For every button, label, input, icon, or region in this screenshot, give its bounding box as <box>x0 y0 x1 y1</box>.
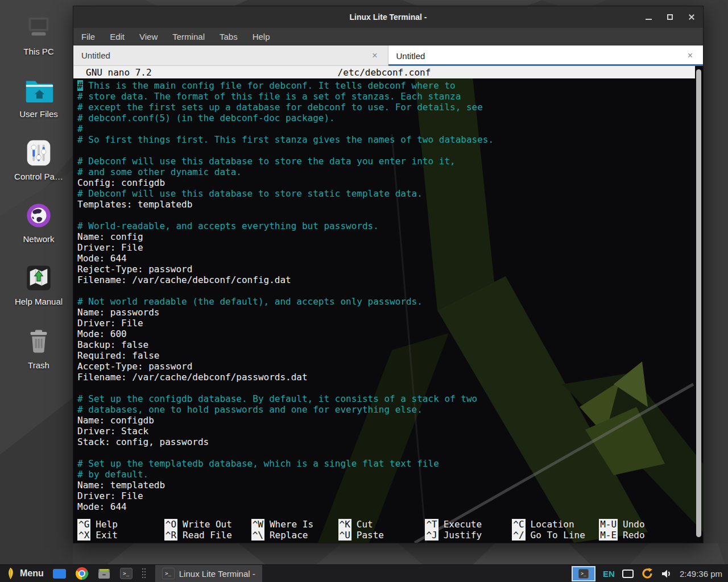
blue-screen-icon <box>53 569 66 579</box>
taskbar-clock[interactable]: 2:49:36 pm <box>680 569 722 579</box>
menu-edit[interactable]: Edit <box>110 32 125 41</box>
taskbar: Menu >_ >_ Linux Lite Terminal - <box>0 564 728 582</box>
terminal-scrollbar[interactable] <box>696 69 701 537</box>
menu-view[interactable]: View <box>139 32 158 41</box>
terminal-line <box>77 285 688 296</box>
taskbar-window-title: Linux Lite Terminal - <box>179 569 255 579</box>
shortcut-key: ^J <box>425 530 438 541</box>
shortcut-key: ^G <box>77 519 90 530</box>
terminal-line: Mode: 644 <box>77 501 688 512</box>
shortcut-label: Read File <box>183 530 232 541</box>
shortcut-key: M-U <box>599 519 618 530</box>
trash-icon <box>2 327 75 357</box>
nano-shortcut-bar: ^GHelp^OWrite Out^WWhere Is^KCut^TExecut… <box>77 519 686 541</box>
minimize-button[interactable] <box>644 13 653 22</box>
tab-close-icon[interactable]: × <box>370 51 379 61</box>
nano-shortcut: ^GHelp <box>77 519 164 530</box>
chrome-launcher-button[interactable] <box>75 566 89 581</box>
scrollbar-thumb[interactable] <box>696 69 701 537</box>
desktop-icon-network[interactable]: Network <box>2 201 75 244</box>
nano-shortcut: ^OWrite Out <box>164 519 251 530</box>
terminal-line: # Debconf will use this database to stor… <box>77 188 688 199</box>
desktop-icon-this-pc[interactable]: This PC <box>2 14 75 56</box>
terminal-line: Required: false <box>77 350 688 361</box>
maximize-button[interactable] <box>665 13 675 22</box>
desktop-icon-label: Help Manual <box>2 297 75 306</box>
nano-shortcut: ^/Go To Line <box>512 530 599 541</box>
shortcut-key: ^R <box>164 530 177 541</box>
menu-tabs[interactable]: Tabs <box>220 32 238 41</box>
shortcut-label: Location <box>531 519 574 530</box>
nano-shortcut: ^TExecute <box>425 519 512 530</box>
shortcut-label: Where Is <box>270 519 313 530</box>
close-button[interactable] <box>687 13 696 22</box>
shortcut-key: M-E <box>599 530 618 541</box>
menu-terminal[interactable]: Terminal <box>172 32 205 41</box>
terminal-line: Mode: 600 <box>77 329 688 339</box>
desktop-icon-help-manual[interactable]: Help Manual <box>2 264 75 306</box>
taskbar-window-button[interactable]: >_ Linux Lite Terminal - <box>155 565 262 582</box>
update-notifier-icon[interactable] <box>641 567 653 580</box>
nano-shortcut: ^KCut <box>338 519 425 530</box>
desktop-icon-trash[interactable]: Trash <box>2 327 75 370</box>
terminal-icon: >_ <box>120 568 133 579</box>
terminal-line: # Set up the configdb database. By defau… <box>77 393 688 404</box>
shortcut-label: Go To Line <box>531 530 585 541</box>
menu-label: Menu <box>20 568 44 579</box>
desktop-launcher-button[interactable] <box>52 566 67 581</box>
desktop-icon-control-panel[interactable]: Control Pa… <box>2 139 75 181</box>
desktop-icon-user-files[interactable]: User Files <box>2 76 75 119</box>
shortcut-key: ^\ <box>251 530 264 541</box>
terminal-line: # store data. The format of this file is… <box>77 91 688 102</box>
terminal-line: Driver: Stack <box>77 426 688 436</box>
desktop-icon-label: Trash <box>2 360 75 370</box>
terminal-line <box>77 210 688 221</box>
control-panel-icon <box>2 139 75 168</box>
shortcut-label: Cut <box>357 519 373 530</box>
terminal-line: Filename: /var/cache/debconf/passwords.d… <box>77 372 688 383</box>
nano-shortcut: ^\Replace <box>251 530 338 541</box>
terminal-line: # Not world readable (the default), and … <box>77 296 688 307</box>
tab-close-icon[interactable]: × <box>685 51 695 61</box>
terminal-line: Driver: File <box>77 490 688 501</box>
volume-icon[interactable] <box>661 569 672 579</box>
nano-shortcut: M-UUndo <box>599 519 686 530</box>
display-settings-icon[interactable] <box>622 569 634 578</box>
taskbar-grip-handle[interactable] <box>142 568 147 579</box>
terminal-line: Driver: File <box>77 318 688 329</box>
menu-bar: File Edit View Terminal Tabs Help <box>73 28 703 45</box>
nano-editor-text: # This is the main config file for debco… <box>77 80 688 512</box>
file-manager-launcher-button[interactable] <box>97 566 111 581</box>
shortcut-key: ^U <box>338 530 351 541</box>
terminal-line: # <box>77 123 688 134</box>
menu-help[interactable]: Help <box>253 32 270 41</box>
maximize-icon <box>667 14 673 20</box>
shortcut-label: Exit <box>96 530 118 541</box>
shortcut-label: Replace <box>270 530 308 541</box>
home-folder-icon <box>2 76 75 106</box>
workspace-switcher[interactable]: >_ <box>572 566 595 581</box>
linux-lite-logo-icon <box>6 567 15 580</box>
window-titlebar[interactable]: Linux Lite Terminal - <box>73 6 703 28</box>
shortcut-key: ^/ <box>512 530 525 541</box>
terminal-icon: >_ <box>162 568 175 579</box>
shortcut-key: ^C <box>512 519 525 530</box>
keyboard-layout-indicator[interactable]: EN <box>603 569 615 579</box>
terminal-line: Name: configdb <box>77 415 688 426</box>
terminal-launcher-button[interactable]: >_ <box>119 566 134 581</box>
terminal-content[interactable]: /etc/debconf.conf GNU nano 7.2 # This is… <box>73 66 703 543</box>
tab-untitled-1[interactable]: Untitled × <box>73 45 388 66</box>
terminal-line: Name: templatedb <box>77 480 688 490</box>
terminal-line: Reject-Type: password <box>77 264 688 275</box>
terminal-line: # So first things first. This first stan… <box>77 134 688 145</box>
shortcut-label: Paste <box>357 530 384 541</box>
shortcut-label: Execute <box>444 519 482 530</box>
shortcut-label: Redo <box>623 530 645 541</box>
shortcut-key: ^X <box>77 530 90 541</box>
nano-shortcut: ^WWhere Is <box>251 519 338 530</box>
terminal-line: Templates: templatedb <box>77 199 688 210</box>
menu-file[interactable]: File <box>81 32 95 41</box>
start-menu-button[interactable]: Menu <box>5 565 45 582</box>
tab-untitled-2[interactable]: Untitled × <box>388 45 704 66</box>
file-cabinet-icon <box>97 568 111 580</box>
